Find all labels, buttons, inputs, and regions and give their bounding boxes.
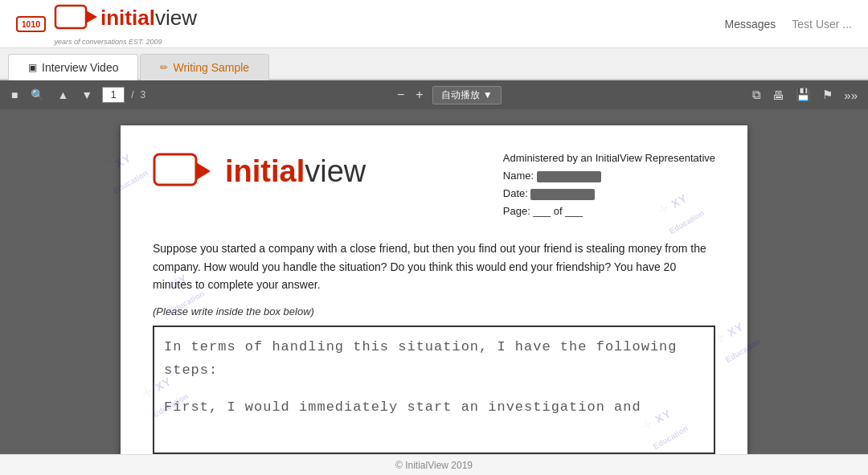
page-separator: / — [131, 89, 133, 100]
handwriting-line-4: First, I would immediately start an inve… — [164, 397, 704, 418]
more-button[interactable]: »» — [841, 86, 860, 104]
admin-line: Administered by an InitialView Represent… — [503, 149, 715, 167]
copyright-text: © InitialView 2019 — [395, 460, 473, 471]
tab-interview-video-label: Interview Video — [42, 61, 118, 74]
search-button[interactable]: 🔍 — [27, 87, 47, 103]
pdf-toolbar: ■ 🔍 ▲ ▼ 1 / 3 − + 自动播放 ▼ ⧉ 🖶 💾 ⚑ »» — [0, 80, 868, 109]
download-button[interactable]: ⧉ — [750, 86, 764, 104]
auto-play-dropdown-icon: ▼ — [483, 89, 493, 100]
logo-subtitle: years of conversations EST. 2009 — [54, 38, 199, 46]
user-label: Test User ... — [792, 18, 852, 31]
logo-years-badge: 10 — [16, 16, 46, 32]
zoom-out-button[interactable]: − — [395, 88, 407, 102]
tabs-bar: ▣ Interview Video ✏ Writing Sample — [0, 48, 868, 80]
sidebar-toggle-button[interactable]: ■ — [8, 87, 21, 103]
bookmark-button[interactable]: ⚑ — [820, 86, 835, 104]
watermark-4: ✛ XY Education — [709, 311, 764, 366]
page-line: Page: ___ of ___ — [503, 203, 715, 220]
svg-text:view: view — [155, 6, 197, 30]
auto-play-label: 自动播放 — [441, 88, 480, 102]
writing-box: In terms of handling this situation, I h… — [153, 326, 715, 454]
toolbar-right-actions: ⧉ 🖶 💾 ⚑ »» — [750, 86, 860, 104]
logo-area: 10 initial view years of conversations E… — [16, 2, 199, 46]
name-line: Name: — [503, 167, 715, 185]
page-number-input[interactable]: 1 — [102, 87, 125, 103]
pdf-page-header: initialview Administered by an InitialVi… — [153, 149, 715, 220]
handwriting-line-2: steps: — [164, 360, 704, 381]
date-value-blurred — [530, 189, 595, 200]
app-header: 10 initial view years of conversations E… — [0, 0, 868, 48]
watermark-1: ✛ XY Education — [96, 142, 151, 198]
auto-play-button[interactable]: 自动播放 ▼ — [432, 86, 502, 104]
video-tab-icon: ▣ — [28, 62, 37, 73]
zoom-in-button[interactable]: + — [413, 88, 425, 102]
initialview-logo: initial view — [54, 2, 199, 33]
iv-logo: initialview — [153, 149, 366, 194]
pdf-info: Administered by an InitialView Represent… — [503, 149, 715, 220]
prev-page-button[interactable]: ▲ — [54, 87, 72, 103]
pdf-viewer: ■ 🔍 ▲ ▼ 1 / 3 − + 自动播放 ▼ ⧉ 🖶 💾 ⚑ »» ✛ XY — [0, 80, 868, 454]
pdf-content: ✛ XY Education ✛ XY Education ✛ XY Educa… — [0, 109, 868, 454]
iv-logo-svg — [153, 149, 217, 194]
share-button[interactable]: 💾 — [793, 86, 813, 104]
print-button[interactable]: 🖶 — [770, 86, 787, 104]
page-footer: © InitialView 2019 — [0, 454, 868, 475]
svg-marker-5 — [196, 162, 211, 180]
instruction-text: (Please write inside the box below) — [153, 305, 715, 317]
messages-link[interactable]: Messages — [725, 18, 776, 31]
iv-logo-text: initialview — [225, 154, 366, 189]
page-total: 3 — [141, 89, 146, 100]
tab-writing-sample-label: Writing Sample — [173, 61, 249, 74]
header-right: Messages Test User ... — [725, 18, 853, 31]
svg-text:initial: initial — [100, 6, 155, 30]
writing-tab-icon: ✏ — [160, 62, 168, 73]
question-text: Suppose you started a company with a clo… — [153, 240, 715, 293]
tab-interview-video[interactable]: ▣ Interview Video — [8, 54, 138, 80]
svg-marker-1 — [86, 10, 97, 23]
handwriting-spacer — [164, 384, 704, 397]
date-line: Date: — [503, 185, 715, 203]
name-value-blurred — [537, 171, 601, 182]
handwriting-line-1: In terms of handling this situation, I h… — [164, 337, 704, 358]
pdf-page: ✛ XY Education ✛ XY Education ✛ XY Educa… — [121, 125, 747, 454]
svg-rect-0 — [55, 6, 86, 28]
next-page-button[interactable]: ▼ — [78, 87, 96, 103]
logo-wrapper: 10 initial view years of conversations E… — [16, 2, 199, 46]
tab-writing-sample[interactable]: ✏ Writing Sample — [140, 54, 269, 80]
svg-rect-4 — [154, 154, 196, 185]
